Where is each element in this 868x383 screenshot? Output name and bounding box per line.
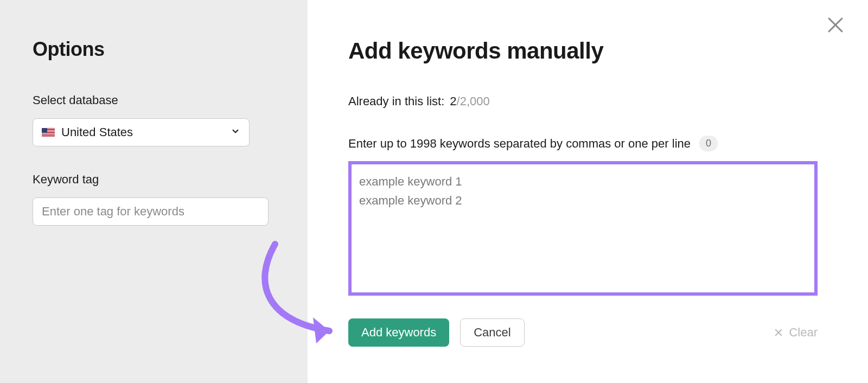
cancel-button[interactable]: Cancel [460, 318, 524, 347]
keywords-textarea[interactable] [348, 161, 818, 296]
enter-keywords-label-row: Enter up to 1998 keywords separated by c… [348, 136, 835, 151]
clear-label: Clear [789, 325, 818, 340]
already-in-list: Already in this list: 2/2,000 [348, 94, 835, 108]
close-button[interactable] [826, 15, 845, 37]
action-buttons: Add keywords Cancel Clear [348, 318, 818, 347]
database-label: Select database [33, 93, 275, 107]
keyword-count-badge: 0 [699, 136, 718, 151]
tag-label: Keyword tag [33, 173, 275, 187]
already-label: Already in this list: [348, 94, 444, 108]
database-select[interactable]: United States [33, 118, 250, 146]
us-flag-icon [42, 128, 55, 137]
already-count: 2 [450, 94, 456, 108]
main-title: Add keywords manually [348, 38, 835, 64]
options-sidebar: Options Select database United States Ke… [0, 0, 308, 383]
keyword-tag-input[interactable] [33, 197, 269, 226]
options-title: Options [33, 38, 275, 61]
clear-button[interactable]: Clear [774, 325, 818, 340]
svg-marker-4 [313, 317, 329, 343]
enter-label: Enter up to 1998 keywords separated by c… [348, 137, 691, 151]
database-value: United States [61, 125, 133, 139]
add-keywords-button[interactable]: Add keywords [348, 318, 449, 347]
main-panel: Add keywords manually Already in this li… [308, 0, 868, 383]
already-max: /2,000 [457, 94, 490, 108]
chevron-down-icon [231, 126, 240, 138]
clear-x-icon [774, 328, 783, 337]
